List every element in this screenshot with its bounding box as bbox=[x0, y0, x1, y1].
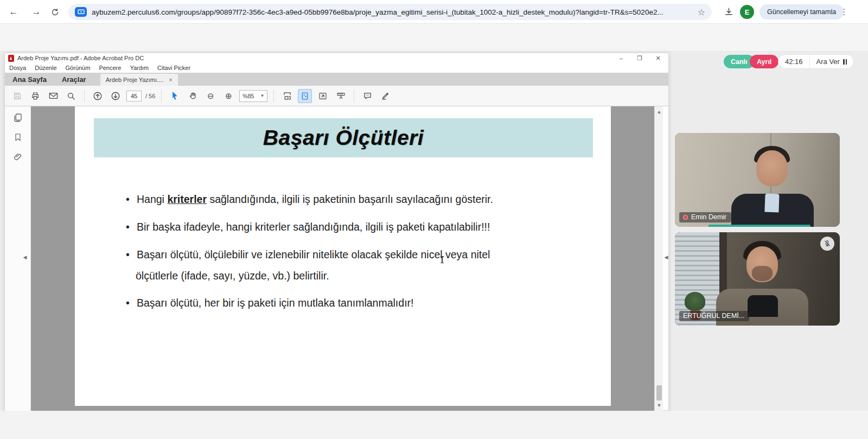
zoom-out-icon[interactable]: ⊖ bbox=[203, 89, 218, 103]
slide-bullet-1: •Hangi kriterler sağlandığında, ilgili i… bbox=[126, 193, 493, 206]
pause-icon bbox=[843, 59, 847, 65]
print-icon[interactable] bbox=[28, 89, 42, 103]
acrobat-titlebar[interactable]: Ardeb Proje Yazımı.pdf - Adobe Acrobat P… bbox=[5, 53, 668, 63]
hand-tool-icon[interactable] bbox=[186, 89, 200, 103]
scroll-up-icon[interactable]: ▲ bbox=[655, 107, 663, 116]
slide-bullet-3-line-1: •Başarı ölçütü, ölçülebilir ve izlenebil… bbox=[126, 249, 490, 261]
speaking-indicator-icon bbox=[683, 215, 688, 220]
mouse-cursor bbox=[442, 256, 443, 263]
window-maximize-icon[interactable]: ❐ bbox=[630, 53, 649, 63]
page-count-label: / 56 bbox=[145, 93, 155, 99]
plant bbox=[685, 292, 705, 310]
pause-session-button[interactable]: Ara Ver bbox=[810, 58, 854, 66]
forward-icon[interactable]: → bbox=[29, 5, 43, 19]
slide-bullet-3-line-2: ölçütlerle (ifade, sayı, yüzde, vb.) bel… bbox=[136, 270, 329, 282]
zoom-level-select[interactable]: %85▼ bbox=[239, 90, 267, 102]
menu-edit[interactable]: Düzenle bbox=[35, 65, 56, 71]
participant-name-label: ERTUĞRUL DEMİ... bbox=[679, 311, 749, 321]
profile-avatar[interactable]: E bbox=[740, 5, 754, 19]
window-minimize-icon[interactable]: – bbox=[612, 53, 630, 63]
refresh-icon[interactable] bbox=[48, 5, 62, 19]
window-close-icon[interactable]: ✕ bbox=[649, 53, 667, 63]
participant-video-2[interactable]: ERTUĞRUL DEMİ... bbox=[675, 232, 840, 326]
browser-toolbar: ← → aybuzem2.perculus6.com/groups/app/90… bbox=[0, 0, 868, 24]
menu-citavi-picker[interactable]: Citavi Picker bbox=[157, 65, 190, 71]
bottom-control-bar: Akış + ⋮ bbox=[0, 411, 868, 439]
slide-title-banner: Başarı Ölçütleri bbox=[94, 118, 593, 157]
document-tab-close-icon[interactable]: × bbox=[169, 77, 172, 83]
fit-width-icon[interactable] bbox=[280, 89, 294, 103]
pdf-document-area[interactable]: Başarı Ölçütleri •Hangi kriterler sağlan… bbox=[31, 106, 654, 411]
acrobat-window: Ardeb Proje Yazımı.pdf - Adobe Acrobat P… bbox=[4, 53, 669, 411]
left-panel-collapse-icon[interactable]: ◀ bbox=[22, 251, 28, 263]
leave-button[interactable]: Ayrıl bbox=[750, 55, 778, 68]
page-thumbnails-icon[interactable] bbox=[11, 111, 25, 125]
tab-home[interactable]: Ana Sayfa bbox=[5, 73, 54, 86]
person-head bbox=[756, 150, 788, 186]
comment-icon[interactable] bbox=[360, 89, 374, 103]
attachments-icon[interactable] bbox=[11, 150, 25, 164]
tab-sharing-icon bbox=[75, 7, 87, 17]
fullscreen-icon[interactable] bbox=[316, 89, 330, 103]
slide-title: Başarı Ölçütleri bbox=[263, 126, 424, 150]
bookmarks-icon[interactable] bbox=[11, 130, 25, 144]
video-panel-collapse-icon[interactable]: ◀ bbox=[663, 251, 669, 263]
menu-window[interactable]: Pencere bbox=[99, 65, 121, 71]
tab-document[interactable]: Ardeb Proje Yazımı.... × bbox=[100, 74, 178, 86]
mic-muted-badge-icon bbox=[820, 237, 834, 251]
session-timer: 42:16 bbox=[778, 58, 809, 66]
acrobat-menubar: Dosya Düzenle Görünüm Pencere Yardım Cit… bbox=[5, 63, 668, 73]
slide-bullet-4: •Başarı ölçütü, her bir iş paketi için m… bbox=[126, 297, 413, 309]
audio-level-bar bbox=[709, 225, 810, 227]
select-tool-icon[interactable] bbox=[168, 89, 182, 103]
scroll-down-icon[interactable]: ▼ bbox=[655, 401, 663, 410]
person-shirt bbox=[748, 295, 778, 317]
acrobat-tabbar: Ana Sayfa Araçlar Ardeb Proje Yazımı....… bbox=[5, 73, 668, 86]
slide-bullet-2: •Bir başka ifadeyle, hangi kriterler sağ… bbox=[126, 221, 490, 233]
acrobat-window-title: Ardeb Proje Yazımı.pdf - Adobe Acrobat P… bbox=[17, 55, 144, 61]
measure-tool-icon[interactable] bbox=[334, 89, 348, 103]
menu-file[interactable]: Dosya bbox=[9, 65, 26, 71]
menu-view[interactable]: Görünüm bbox=[66, 65, 91, 71]
save-icon[interactable] bbox=[10, 89, 24, 103]
pdf-vertical-scrollbar[interactable]: ▲ ▼ bbox=[654, 106, 663, 411]
pdf-file-icon bbox=[8, 55, 14, 62]
session-timer-pill: 42:16 Ara Ver bbox=[778, 54, 854, 69]
highlight-pen-icon[interactable] bbox=[378, 89, 392, 103]
page-number-input[interactable] bbox=[126, 91, 142, 101]
previous-page-icon[interactable] bbox=[91, 89, 105, 103]
scrollbar-thumb[interactable] bbox=[656, 385, 662, 400]
zoom-in-icon[interactable]: ⊕ bbox=[221, 89, 235, 103]
session-header: Proje Yazma Eğitimi Serisi-I (TUBITAK 10… bbox=[0, 24, 868, 52]
person-shirt bbox=[764, 194, 779, 213]
acrobat-toolbar: / 56 ⊖ ⊕ %85▼ bbox=[5, 86, 668, 106]
back-icon[interactable]: ← bbox=[7, 5, 21, 19]
next-page-icon[interactable] bbox=[108, 89, 123, 103]
participant-name-label: Emin Demir bbox=[679, 212, 731, 222]
url-text: aybuzem2.perculus6.com/groups/app/90897f… bbox=[92, 8, 663, 16]
email-icon[interactable] bbox=[46, 89, 60, 103]
menu-help[interactable]: Yardım bbox=[130, 65, 149, 71]
bookmark-star-icon[interactable]: ☆ bbox=[698, 7, 705, 17]
tab-tools[interactable]: Araçlar bbox=[54, 73, 94, 86]
download-icon[interactable] bbox=[722, 4, 736, 18]
search-icon[interactable] bbox=[64, 89, 78, 103]
browser-menu-icon[interactable]: ⋮ bbox=[838, 5, 850, 18]
slide-page: Başarı Ölçütleri •Hangi kriterler sağlan… bbox=[75, 106, 611, 406]
finish-update-button[interactable]: Güncellemeyi tamamla bbox=[760, 4, 844, 20]
participant-video-1[interactable]: Emin Demir bbox=[675, 133, 840, 227]
person-beard bbox=[752, 266, 773, 281]
page-view-icon[interactable] bbox=[298, 89, 312, 103]
address-bar[interactable]: aybuzem2.perculus6.com/groups/app/90897f… bbox=[68, 4, 712, 20]
screen: ← → aybuzem2.perculus6.com/groups/app/90… bbox=[0, 0, 868, 439]
